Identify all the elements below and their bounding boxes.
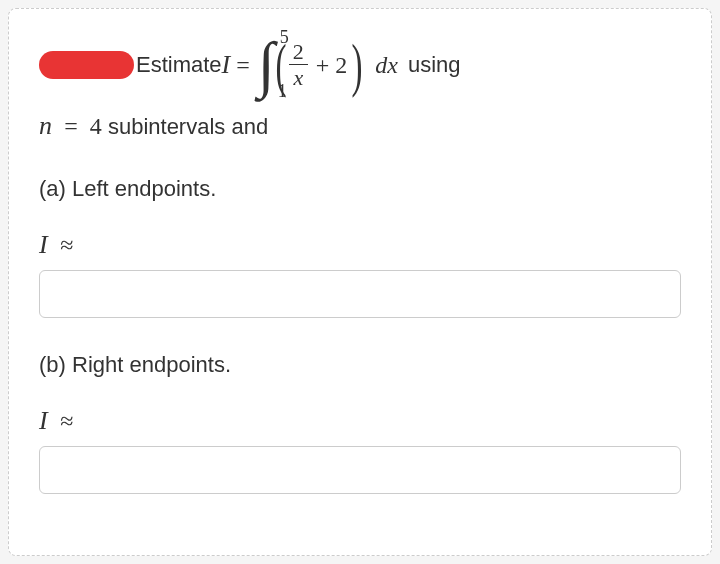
left-paren: ( bbox=[275, 41, 286, 89]
part-b-approx-symbol: ≈ bbox=[54, 408, 73, 434]
right-paren: ) bbox=[352, 41, 363, 89]
part-a-approx-symbol: ≈ bbox=[54, 232, 73, 258]
symbol-I: I bbox=[222, 44, 231, 86]
symbol-n: n bbox=[39, 111, 52, 140]
plus-two: + 2 bbox=[312, 46, 354, 84]
problem-line-1: Estimate I = ∫ 5 1 ( 2 x + 2 ) dx using bbox=[39, 37, 681, 93]
dx-symbol: dx bbox=[361, 46, 408, 84]
fraction-numerator: 2 bbox=[289, 40, 308, 65]
problem-statement: Estimate I = ∫ 5 1 ( 2 x + 2 ) dx using … bbox=[39, 37, 681, 146]
estimate-text: Estimate bbox=[136, 47, 222, 82]
equals-sign-n: = bbox=[58, 113, 84, 139]
redaction-mark bbox=[39, 51, 134, 79]
part-a-answer-input[interactable] bbox=[39, 270, 681, 318]
fraction-denominator: x bbox=[289, 65, 307, 89]
part-b-label: (b) Right endpoints. bbox=[39, 352, 681, 378]
n-value: 4 bbox=[90, 113, 102, 139]
part-a-approx: I ≈ bbox=[39, 230, 681, 260]
using-text: using bbox=[408, 47, 461, 82]
problem-line-2: n = 4 subintervals and bbox=[39, 105, 681, 147]
part-b-answer-input[interactable] bbox=[39, 446, 681, 494]
part-b-I: I bbox=[39, 406, 48, 435]
part-a-label: (a) Left endpoints. bbox=[39, 176, 681, 202]
part-a-I: I bbox=[39, 230, 48, 259]
problem-card: Estimate I = ∫ 5 1 ( 2 x + 2 ) dx using … bbox=[8, 8, 712, 556]
part-b-approx: I ≈ bbox=[39, 406, 681, 436]
fraction-2-over-x: 2 x bbox=[289, 40, 308, 89]
integral-symbol: ∫ 5 1 bbox=[258, 37, 275, 93]
subintervals-text: subintervals and bbox=[108, 114, 268, 139]
equals-sign: = bbox=[230, 46, 256, 84]
integral-expression: ∫ 5 1 ( 2 x + 2 ) dx bbox=[256, 37, 408, 93]
